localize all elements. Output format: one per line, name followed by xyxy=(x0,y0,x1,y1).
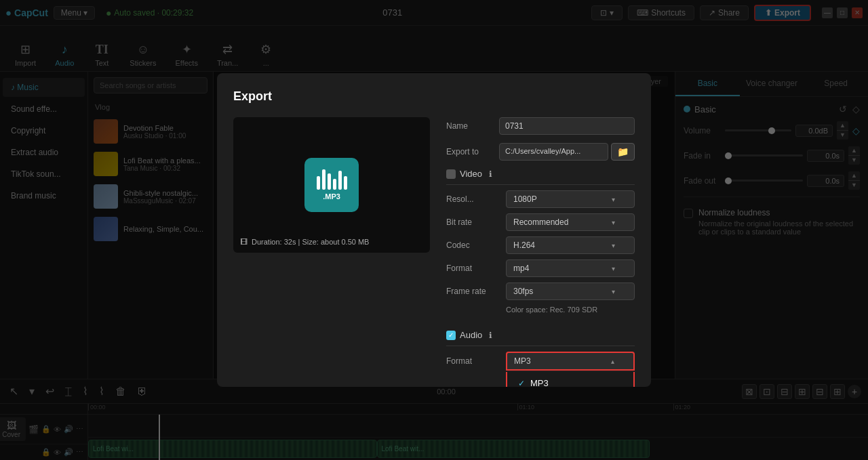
bar-1 xyxy=(317,176,320,190)
name-input[interactable] xyxy=(499,117,635,135)
export-path-display: C:/Users/cvalley/App... xyxy=(499,143,608,161)
resolution-row: Resol... 1080P ▾ xyxy=(446,190,635,208)
export-modal: Export .MP3 xyxy=(217,73,651,387)
mp3-checkmark: ✓ xyxy=(518,379,525,388)
bitrate-select[interactable]: Recommended ▾ xyxy=(506,213,635,231)
bar-2 xyxy=(322,169,326,190)
audio-info-icon: ℹ xyxy=(489,331,492,340)
video-info-icon: ℹ xyxy=(489,169,492,179)
format-video-wrap: mp4 ▾ xyxy=(506,259,635,277)
dropdown-mp3[interactable]: ✓ MP3 xyxy=(507,372,633,387)
bar-6 xyxy=(344,176,347,190)
name-row: Name xyxy=(446,117,635,135)
resolution-chevron: ▾ xyxy=(612,196,615,203)
audio-format-dropdown: ✓ MP3 WAV AAC xyxy=(506,372,635,387)
mp3-label: .MP3 xyxy=(323,192,340,201)
export-to-label: Export to xyxy=(446,147,494,156)
framerate-row: Frame rate 30fps ▾ xyxy=(446,283,635,300)
export-to-row: Export to C:/Users/cvalley/App... 📁 xyxy=(446,143,635,161)
audio-format-wrap: MP3 ▴ ✓ MP3 WAV xyxy=(506,352,635,371)
codec-wrap: H.264 ▾ xyxy=(506,236,635,254)
format-video-select[interactable]: mp4 ▾ xyxy=(506,259,635,277)
mp3-bars xyxy=(317,169,347,190)
framerate-chevron: ▾ xyxy=(612,288,615,295)
bitrate-row: Bit rate Recommended ▾ xyxy=(446,213,635,231)
modal-title: Export xyxy=(233,89,635,104)
video-toggle[interactable]: Video ℹ xyxy=(446,169,635,179)
codec-label: Codec xyxy=(446,241,500,250)
audio-toggle-check: ✓ xyxy=(446,331,456,340)
audio-format-row: Format MP3 ▴ ✓ MP3 xyxy=(446,352,635,371)
format-video-chevron: ▾ xyxy=(612,265,615,272)
modal-preview: .MP3 🎞 Duration: 32s | Size: about 0.50 … xyxy=(233,117,430,253)
codec-select[interactable]: H.264 ▾ xyxy=(506,236,635,254)
film-icon: 🎞 xyxy=(240,238,248,246)
resolution-wrap: 1080P ▾ xyxy=(506,190,635,208)
audio-format-select[interactable]: MP3 ▴ xyxy=(506,352,635,371)
modal-body: .MP3 🎞 Duration: 32s | Size: about 0.50 … xyxy=(233,117,635,371)
framerate-label: Frame rate xyxy=(446,287,500,296)
codec-row: Codec H.264 ▾ xyxy=(446,236,635,254)
mp3-icon: .MP3 xyxy=(304,158,359,212)
color-space-row: Color space: Rec. 709 SDR xyxy=(446,306,635,314)
bitrate-wrap: Recommended ▾ xyxy=(506,213,635,231)
video-toggle-check xyxy=(446,169,456,179)
export-path-wrap: C:/Users/cvalley/App... 📁 xyxy=(499,143,635,161)
audio-section: ✓ Audio ℹ Format MP3 ▴ xyxy=(446,330,635,371)
preview-inner: .MP3 xyxy=(304,158,359,212)
framerate-wrap: 30fps ▾ xyxy=(506,283,635,300)
format-video-label: Format xyxy=(446,264,500,273)
audio-format-chevron: ▴ xyxy=(611,358,614,365)
bar-5 xyxy=(338,171,342,190)
bitrate-label: Bit rate xyxy=(446,217,500,227)
modal-duration: 🎞 Duration: 32s | Size: about 0.50 MB xyxy=(240,238,369,246)
audio-format-label: Format xyxy=(446,356,500,366)
export-modal-overlay: Export .MP3 xyxy=(0,0,868,460)
bar-4 xyxy=(333,179,336,190)
name-label: Name xyxy=(446,121,494,131)
codec-chevron: ▾ xyxy=(612,242,615,249)
resolution-label: Resol... xyxy=(446,194,500,204)
modal-form: Name Export to C:/Users/cvalley/App... 📁… xyxy=(446,117,635,371)
video-toggle-label: Video xyxy=(460,169,482,179)
format-video-row: Format mp4 ▾ xyxy=(446,259,635,277)
bar-3 xyxy=(328,173,331,190)
framerate-select[interactable]: 30fps ▾ xyxy=(506,283,635,300)
video-section: Video ℹ Resol... 1080P ▾ xyxy=(446,169,635,314)
resolution-select[interactable]: 1080P ▾ xyxy=(506,190,635,208)
browse-folder-button[interactable]: 📁 xyxy=(611,143,635,161)
audio-toggle-label: Audio xyxy=(460,330,482,340)
audio-toggle[interactable]: ✓ Audio ℹ xyxy=(446,330,635,340)
bitrate-chevron: ▾ xyxy=(612,219,615,226)
